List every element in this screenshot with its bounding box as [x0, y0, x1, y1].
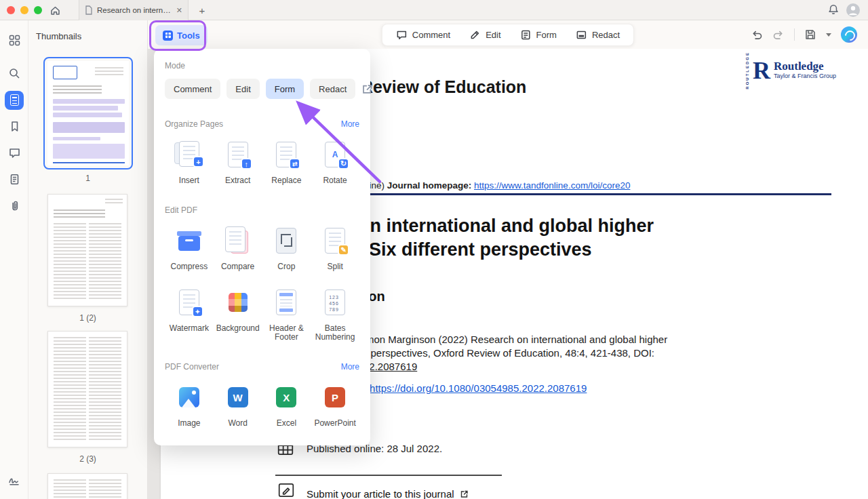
- ai-assistant-button[interactable]: [841, 26, 857, 43]
- save-button[interactable]: [804, 28, 816, 41]
- mode-comment-button[interactable]: Comment: [165, 79, 220, 99]
- sidebar: [0, 20, 28, 499]
- comment-bubble-icon: [8, 146, 21, 159]
- sidebar-item-search[interactable]: [0, 60, 28, 87]
- sidebar-item-comments[interactable]: [0, 140, 28, 166]
- window-close-button[interactable]: [7, 6, 15, 14]
- submit-article-label: Submit your article to this journal: [307, 488, 454, 499]
- titlebar: Research on international... ✕ +: [0, 0, 868, 20]
- tools-dropdown-panel: Mode Comment Edit Form Redact Organize P…: [154, 49, 370, 445]
- account-avatar[interactable]: [846, 3, 860, 17]
- toolbar-comment-button[interactable]: Comment: [396, 29, 450, 41]
- paperclip-icon: [8, 199, 21, 212]
- tool-background[interactable]: Background: [214, 285, 262, 342]
- tool-compare[interactable]: Compare: [214, 223, 262, 271]
- split-badge: [338, 244, 349, 256]
- tool-convert-image[interactable]: Image: [165, 380, 214, 428]
- thumbnail-panel: Thumbnails 1 1 (2) 2 (3): [28, 20, 148, 499]
- sidebar-item-pages[interactable]: [0, 166, 28, 193]
- crop-mark: [284, 237, 292, 247]
- organize-pages-more-link[interactable]: More: [341, 119, 359, 129]
- tool-split[interactable]: Split: [311, 223, 359, 271]
- page-outline-icon: [8, 173, 21, 186]
- thumbnail-page-4[interactable]: [47, 473, 127, 499]
- thumbnail-page-3-label: 2 (3): [28, 454, 147, 464]
- routledge-r-mark: R: [753, 59, 770, 82]
- new-tab-button[interactable]: +: [195, 3, 209, 18]
- home-icon: [50, 5, 61, 16]
- tools-button-label: Tools: [177, 31, 200, 41]
- toolbar-edit-button[interactable]: Edit: [469, 29, 500, 41]
- routledge-vertical-text: ROUTLEDGE: [745, 52, 749, 89]
- toolbar-comment-label: Comment: [412, 30, 450, 40]
- top-toolbar: Tools Comment Edit Form Redact: [148, 20, 868, 49]
- open-in-window-button[interactable]: [361, 83, 373, 95]
- mode-edit-button[interactable]: Edit: [226, 79, 259, 99]
- sidebar-item-signature[interactable]: [0, 467, 28, 494]
- pdf-converter-more-link[interactable]: More: [341, 362, 359, 372]
- window-zoom-button[interactable]: [34, 6, 42, 14]
- routledge-tagline: Taylor & Francis Group: [774, 73, 836, 80]
- tool-convert-powerpoint[interactable]: PowerPoint: [311, 380, 359, 428]
- tool-insert[interactable]: Insert: [165, 137, 214, 185]
- background-mosaic-icon: [229, 293, 248, 312]
- toolbar-redact-button[interactable]: Redact: [576, 29, 620, 41]
- tool-watermark[interactable]: Watermark: [165, 285, 214, 342]
- tool-extract[interactable]: Extract: [214, 137, 262, 185]
- thumbnail-page-1[interactable]: [43, 57, 133, 169]
- sidebar-item-bookmarks[interactable]: [0, 113, 28, 140]
- homepage-url-link[interactable]: https://www.tandfonline.com/loi/core20: [474, 180, 630, 191]
- bell-icon: [827, 3, 840, 16]
- pdf-converter-title: PDF Converter: [165, 362, 219, 372]
- edit-pdf-title: Edit PDF: [165, 205, 197, 215]
- doi-url-link[interactable]: https://doi.org/10.1080/03054985.2022.20…: [370, 382, 587, 394]
- organize-pages-title: Organize Pages: [165, 119, 223, 129]
- tools-button[interactable]: Tools: [155, 25, 208, 45]
- edit-pencil-icon: [469, 29, 481, 41]
- sidebar-item-apps[interactable]: [0, 27, 28, 54]
- external-link-icon: [460, 490, 469, 498]
- save-options-chevron[interactable]: [826, 33, 831, 37]
- mode-form-button[interactable]: Form: [266, 79, 304, 99]
- tool-bates-numbering[interactable]: Bates Numbering: [311, 285, 359, 342]
- tools-icon: [163, 31, 173, 41]
- redo-button[interactable]: [772, 29, 785, 41]
- tool-rotate[interactable]: A Rotate: [311, 137, 359, 185]
- thumbnail-page-3[interactable]: [47, 331, 127, 447]
- tool-compress[interactable]: Compress: [165, 223, 214, 271]
- tool-crop[interactable]: Crop: [262, 223, 311, 271]
- window-minimize-button[interactable]: [20, 6, 28, 14]
- tool-replace[interactable]: Replace: [262, 137, 311, 185]
- mode-toolbar: Comment Edit Form Redact: [382, 24, 634, 46]
- thumbnail-page-2[interactable]: [47, 194, 127, 306]
- home-button[interactable]: [47, 3, 62, 18]
- mode-redact-button[interactable]: Redact: [310, 79, 355, 99]
- mode-section-title: Mode: [165, 61, 359, 71]
- undo-button[interactable]: [751, 29, 763, 41]
- compare-front-page: [225, 226, 245, 252]
- tool-convert-word[interactable]: Word: [214, 380, 262, 428]
- sidebar-item-thumbnails[interactable]: [0, 87, 28, 113]
- powerpoint-icon: [325, 387, 345, 407]
- rotate-badge: [338, 158, 349, 169]
- routledge-wordmark: Routledge: [774, 60, 836, 73]
- bookmark-icon: [8, 120, 21, 133]
- replace-badge: [289, 158, 300, 169]
- submit-article-link[interactable]: Submit your article to this journal: [307, 488, 469, 499]
- sidebar-item-attachments[interactable]: [0, 193, 28, 219]
- cite-line1: Simon Marginson (2022) Research on inter…: [357, 334, 668, 345]
- pdf-converter-header: PDF Converter More: [165, 362, 359, 372]
- compress-box-icon: [178, 236, 200, 251]
- insert-plus-badge: [193, 156, 204, 167]
- notifications-button[interactable]: [827, 3, 840, 18]
- document-tab[interactable]: Research on international... ✕: [79, 0, 189, 20]
- tab-close-icon[interactable]: ✕: [176, 6, 182, 15]
- toolbar-form-button[interactable]: Form: [520, 29, 557, 41]
- tool-convert-excel[interactable]: Excel: [262, 380, 311, 428]
- tool-header-footer[interactable]: Header & Footer: [262, 285, 311, 342]
- apps-grid-icon: [8, 34, 21, 47]
- journal-homepage-line: (Online) Journal homepage: https://www.t…: [352, 180, 630, 191]
- document-icon: [85, 5, 93, 15]
- organize-pages-header: Organize Pages More: [165, 119, 359, 129]
- tab-title: Research on international...: [97, 6, 172, 14]
